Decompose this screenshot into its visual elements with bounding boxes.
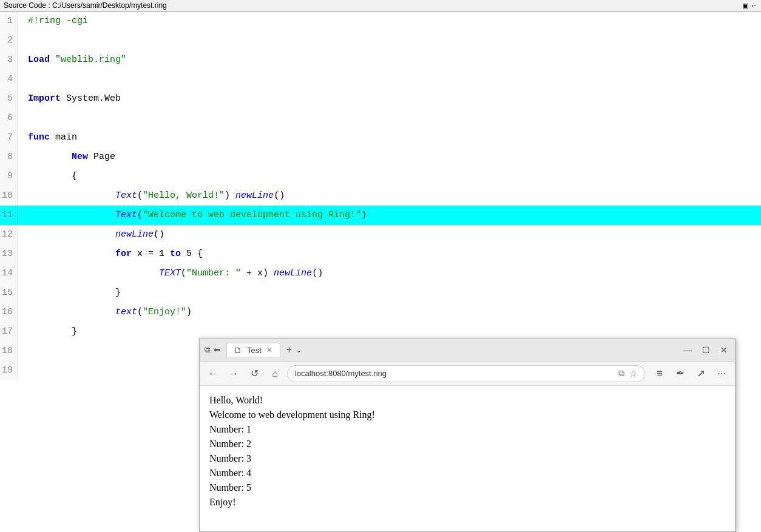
back-icon[interactable]: ← <box>751 2 757 10</box>
code-token <box>28 152 72 162</box>
line-number: 9 <box>0 167 18 186</box>
code-token: newLine <box>235 190 274 201</box>
code-line: 16 text("Enjoy!") <box>0 303 761 322</box>
line-number: 2 <box>0 31 18 50</box>
code-token: ( <box>181 268 186 278</box>
navbar-right: ≡ ✒ ↗ ··· <box>651 365 730 381</box>
code-token: () <box>312 268 323 278</box>
line-content: Text("Welcome to web development using R… <box>18 206 367 225</box>
code-line: 14 TEXT("Number: " + x) newLine() <box>0 264 761 283</box>
pen-icon[interactable]: ✒ <box>672 365 689 381</box>
code-line: 4 <box>0 70 761 89</box>
tab-page-icon: 🗋 <box>234 346 242 355</box>
code-token: () <box>154 229 164 240</box>
code-token: System.Web <box>61 93 121 104</box>
line-number: 6 <box>0 109 18 128</box>
copy-icon[interactable]: ⧉ <box>205 345 210 355</box>
code-line: 9 { <box>0 167 761 186</box>
line-number: 13 <box>0 244 18 264</box>
line-content: { <box>18 167 77 186</box>
code-token: { <box>28 171 77 181</box>
code-line: 15 } <box>0 283 761 303</box>
code-line: 5Import System.Web <box>0 89 761 109</box>
line-number: 15 <box>0 283 18 303</box>
code-token: "Welcome to web development using Ring!" <box>143 210 361 220</box>
title-bar: Source Code : C:/Users/samir/Desktop/myt… <box>0 0 761 12</box>
code-editor: 1#!ring -cgi23Load "weblib.ring"45Import… <box>0 12 761 380</box>
code-token: TEXT <box>159 268 181 278</box>
line-content: text("Enjoy!") <box>18 303 192 322</box>
code-token: ) <box>361 210 367 220</box>
code-line: 3Load "weblib.ring" <box>0 50 761 70</box>
browser-tab[interactable]: 🗋 Test ✕ <box>226 343 280 357</box>
code-token: func <box>28 132 50 143</box>
split-view-icon[interactable]: ⧉ <box>618 368 624 379</box>
code-token <box>50 55 55 65</box>
code-token: "Enjoy!" <box>143 307 186 317</box>
code-token: } <box>28 288 121 298</box>
code-token: "Hello, World!" <box>143 190 225 201</box>
line-content: func main <box>18 128 77 147</box>
new-tab-icon[interactable]: + <box>286 345 292 355</box>
code-token: main <box>50 132 77 143</box>
line-number: 7 <box>0 128 18 147</box>
nav-forward-button[interactable]: → <box>225 365 242 381</box>
line-content: } <box>18 283 121 303</box>
reading-list-icon[interactable]: ≡ <box>651 365 668 381</box>
line-content: newLine() <box>18 225 164 244</box>
address-bar[interactable] <box>295 369 614 378</box>
close-icon[interactable]: ✕ <box>718 345 730 355</box>
line-number: 3 <box>0 50 18 70</box>
code-token: "weblib.ring" <box>55 55 126 65</box>
code-line: 2 <box>0 31 761 50</box>
code-token: for <box>115 249 132 259</box>
code-token: "Number: " <box>186 268 241 278</box>
browser-window: ⧉ ⬅ 🗋 Test ✕ + ⌄ — ☐ ✕ ← → ↺ ⌂ ⧉ ☆ ≡ ✒ ↗… <box>199 338 736 380</box>
favorite-icon[interactable]: ☆ <box>629 369 637 379</box>
browser-tab-label: Test <box>247 346 262 355</box>
code-token <box>28 229 115 240</box>
code-line: 10 Text("Hello, World!") newLine() <box>0 186 761 206</box>
code-line: 11 Text("Welcome to web development usin… <box>0 206 761 225</box>
nav-refresh-button[interactable]: ↺ <box>246 365 263 381</box>
code-line: 6 <box>0 109 761 128</box>
line-content: #!ring -cgi <box>18 12 88 31</box>
nav-home-button[interactable]: ⌂ <box>266 365 283 381</box>
tab-dropdown-icon[interactable]: ⌄ <box>296 345 302 354</box>
minimize-icon[interactable]: — <box>682 345 694 355</box>
code-line: 8 New Page <box>0 147 761 167</box>
browser-window-controls: — ☐ ✕ <box>682 345 730 355</box>
code-token <box>28 249 115 259</box>
code-token: Text <box>115 190 137 201</box>
title-bar-controls[interactable]: ▣ ← <box>742 2 757 10</box>
line-number: 17 <box>0 322 18 342</box>
code-token: ( <box>137 190 143 201</box>
line-content: for x = 1 to 5 { <box>18 244 203 264</box>
maximize-icon[interactable]: ☐ <box>700 345 712 355</box>
code-token <box>28 210 115 220</box>
browser-tab-close[interactable]: ✕ <box>266 346 272 354</box>
code-token: #!ring -cgi <box>28 16 88 26</box>
back-page-icon[interactable]: ⬅ <box>214 345 220 354</box>
line-number: 16 <box>0 303 18 322</box>
code-token: newLine <box>115 229 154 240</box>
share-icon[interactable]: ↗ <box>692 365 709 381</box>
code-token: } <box>28 326 77 337</box>
line-number: 10 <box>0 186 18 206</box>
code-token: to <box>170 249 181 259</box>
line-content: } <box>18 322 77 342</box>
code-token: ) <box>225 190 235 201</box>
line-number: 12 <box>0 225 18 244</box>
browser-titlebar: ⧉ ⬅ 🗋 Test ✕ + ⌄ — ☐ ✕ <box>200 338 735 362</box>
restore-icon[interactable]: ▣ <box>742 2 748 10</box>
browser-navbar: ← → ↺ ⌂ ⧉ ☆ ≡ ✒ ↗ ··· <box>200 362 735 380</box>
line-number: 11 <box>0 206 18 225</box>
line-number: 19 <box>0 361 18 380</box>
line-number: 14 <box>0 264 18 283</box>
line-content: Import System.Web <box>18 89 121 109</box>
line-number: 18 <box>0 342 18 361</box>
line-number: 4 <box>0 70 18 89</box>
more-icon[interactable]: ··· <box>713 365 730 381</box>
nav-back-button[interactable]: ← <box>205 365 222 381</box>
code-token: ( <box>137 210 143 220</box>
